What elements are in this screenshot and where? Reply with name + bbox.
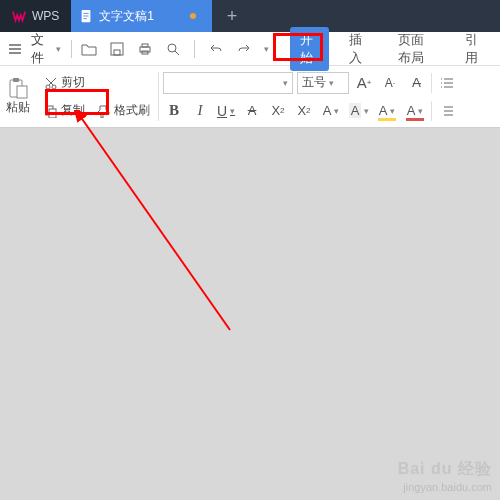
ribbon: 粘贴 剪切 复制 格式刷 ▾ 五号▾ A+ A- A̶ [0,66,500,128]
svg-point-10 [46,85,50,89]
fontcolor-bar-icon [406,118,424,121]
cut-button[interactable]: 剪切 [40,73,89,92]
new-tab-button[interactable]: + [212,0,252,32]
chevron-down-icon: ▾ [56,44,61,54]
folder-icon [81,42,97,56]
chevron-down-icon: ▾ [230,106,235,116]
modified-indicator-icon [190,13,196,19]
divider [71,40,72,58]
format-painter-label: 格式刷 [114,102,150,119]
save-button[interactable] [106,38,128,60]
svg-rect-13 [49,109,56,118]
strikethrough-button[interactable]: A [241,100,263,122]
italic-button[interactable]: I [189,100,211,122]
undo-button[interactable] [205,38,227,60]
text-effects-button[interactable]: A▾ [319,100,343,122]
redo-button[interactable] [233,38,255,60]
copy-icon [44,104,58,118]
document-icon [79,9,93,23]
highlight-button[interactable]: A▾ [375,100,399,122]
scissors-icon [44,76,58,90]
highlight-bar-icon [378,118,396,121]
file-menu[interactable]: 文件 ▾ [27,31,66,67]
decrease-font-button[interactable]: A- [379,72,401,94]
font-family-select[interactable]: ▾ [163,72,293,94]
paste-label: 粘贴 [6,99,30,116]
app-name: WPS [32,9,59,23]
document-area[interactable] [0,128,500,500]
tab-reference[interactable]: 引用 [455,27,494,71]
wps-logo: WPS [0,0,71,32]
svg-rect-9 [17,86,27,98]
chevron-down-icon[interactable]: ▾ [264,44,269,54]
divider [431,101,432,121]
chevron-down-icon: ▾ [418,106,423,116]
undo-icon [209,42,223,56]
divider [194,40,195,58]
copy-button[interactable]: 复制 [40,101,89,120]
redo-icon [237,42,251,56]
svg-point-11 [52,85,56,89]
paste-button[interactable]: 粘贴 [0,66,36,127]
paste-icon [8,77,28,99]
bullet-list-button[interactable] [436,72,458,94]
hamburger-button[interactable] [6,38,25,60]
increase-font-button[interactable]: A+ [353,72,375,94]
svg-rect-2 [114,50,120,55]
chevron-down-icon: ▾ [390,106,395,116]
print-button[interactable] [134,38,156,60]
main-tabs: 开始 插入 页面布局 引用 [290,27,494,71]
copy-label: 复制 [61,102,85,119]
save-icon [110,42,124,56]
watermark-url: jingyan.baidu.com [398,480,492,494]
chevron-down-icon: ▾ [329,78,334,88]
brush-icon [97,104,111,118]
hamburger-icon [8,42,22,56]
wps-icon [12,9,26,23]
preview-icon [166,42,180,56]
list-icon [440,104,454,118]
plus-icon: + [227,7,238,25]
print-icon [138,42,152,56]
svg-rect-1 [111,43,123,55]
divider [431,73,432,93]
font-size-select[interactable]: 五号▾ [297,72,349,94]
clipboard-group: 剪切 复制 格式刷 [36,66,158,127]
quick-access-toolbar: ▾ [78,38,269,60]
file-label: 文件 [31,31,52,67]
chevron-down-icon: ▾ [283,78,288,88]
list-icon [440,76,454,90]
tab-layout[interactable]: 页面布局 [388,27,446,71]
svg-point-6 [168,44,176,52]
bold-button[interactable]: B [163,100,185,122]
chevron-down-icon: ▾ [334,106,339,116]
preview-button[interactable] [162,38,184,60]
tab-insert[interactable]: 插入 [339,27,378,71]
watermark: Bai du 经验 jingyan.baidu.com [398,459,492,494]
menubar: 文件 ▾ ▾ 开始 插入 页面布局 引用 [0,32,500,66]
font-group: ▾ 五号▾ A+ A- A̶ B I U▾ A X2 X2 A▾ A▾ A▾ A… [159,66,462,127]
font-color-button[interactable]: A▾ [403,100,427,122]
open-button[interactable] [78,38,100,60]
watermark-brand: Bai du 经验 [398,459,492,480]
shading-button[interactable]: A▾ [347,100,371,122]
svg-rect-4 [142,44,148,47]
document-tab[interactable]: 文字文稿1 [71,0,212,32]
chevron-down-icon: ▾ [364,106,369,116]
superscript-button[interactable]: X2 [267,100,289,122]
subscript-button[interactable]: X2 [293,100,315,122]
svg-rect-8 [13,78,19,82]
cut-label: 剪切 [61,74,85,91]
divider [275,40,276,58]
change-case-button[interactable]: A̶ [405,72,427,94]
format-painter-button[interactable]: 格式刷 [93,101,154,120]
tab-title: 文字文稿1 [99,8,154,25]
numbered-list-button[interactable] [436,100,458,122]
tab-start[interactable]: 开始 [290,27,329,71]
underline-button[interactable]: U▾ [215,100,237,122]
